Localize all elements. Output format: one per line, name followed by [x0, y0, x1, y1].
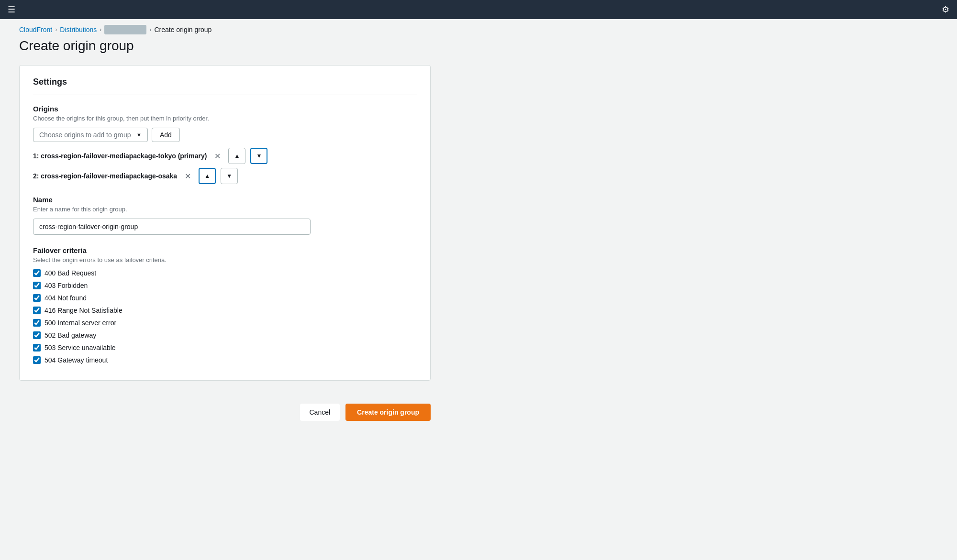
checkbox-400-input[interactable]: [33, 269, 41, 277]
failover-section: Failover criteria Select the origin erro…: [33, 246, 417, 364]
checkbox-502-label: 502 Bad gateway: [45, 331, 96, 339]
hamburger-icon[interactable]: ☰: [8, 4, 15, 15]
name-label: Name: [33, 196, 417, 204]
origin-1-label: 1: cross-region-failover-mediapackage-to…: [33, 152, 207, 160]
move-up-origin-2-button[interactable]: ▲: [199, 168, 216, 184]
checkbox-504-label: 504 Gateway timeout: [45, 356, 108, 364]
checkbox-400-label: 400 Bad Request: [45, 269, 96, 277]
failover-desc: Select the origin errors to use as failo…: [33, 256, 417, 264]
breadcrumb-distribution-id[interactable]: E1RR: [104, 26, 146, 33]
chevron-down-icon: ▼: [136, 132, 142, 138]
name-desc: Enter a name for this origin group.: [33, 206, 417, 213]
origins-desc: Choose the origins for this group, then …: [33, 115, 417, 122]
add-button[interactable]: Add: [152, 128, 180, 142]
checkbox-404-label: 404 Not found: [45, 294, 87, 302]
settings-icon[interactable]: ⚙: [942, 4, 949, 15]
checkbox-503-input[interactable]: [33, 344, 41, 351]
checkbox-500-input[interactable]: [33, 319, 41, 327]
name-section: Name Enter a name for this origin group.: [33, 196, 417, 235]
checkbox-403: 403 Forbidden: [33, 282, 417, 289]
checkbox-416-label: 416 Range Not Satisfiable: [45, 307, 122, 314]
name-input[interactable]: [33, 219, 311, 235]
checkbox-504-input[interactable]: [33, 356, 41, 364]
move-down-origin-2-button[interactable]: ▼: [221, 168, 238, 184]
create-origin-group-button[interactable]: Create origin group: [345, 404, 431, 421]
origins-label: Origins: [33, 105, 417, 113]
settings-card-title: Settings: [33, 77, 417, 95]
checkbox-504: 504 Gateway timeout: [33, 356, 417, 364]
checkbox-500-label: 500 Internal server error: [45, 319, 116, 327]
remove-origin-2-button[interactable]: ✕: [182, 171, 194, 182]
remove-origin-1-button[interactable]: ✕: [211, 151, 223, 162]
checkbox-403-input[interactable]: [33, 282, 41, 289]
checkbox-404-input[interactable]: [33, 294, 41, 302]
checkbox-416: 416 Range Not Satisfiable: [33, 307, 417, 314]
failover-label: Failover criteria: [33, 246, 417, 254]
breadcrumb-cloudfront[interactable]: CloudFront: [19, 26, 52, 33]
main-content: Settings Origins Choose the origins for …: [0, 65, 957, 440]
checkbox-503-label: 503 Service unavailable: [45, 344, 116, 351]
breadcrumb-sep-3: ›: [149, 26, 151, 33]
checkbox-500: 500 Internal server error: [33, 319, 417, 327]
origins-input-row: Choose origins to add to group ▼ Add: [33, 128, 417, 142]
breadcrumb-sep-2: ›: [100, 26, 101, 33]
cancel-button[interactable]: Cancel: [300, 404, 340, 421]
page-title: Create origin group: [0, 38, 957, 65]
origin-2-label: 2: cross-region-failover-mediapackage-os…: [33, 172, 177, 180]
checkbox-502: 502 Bad gateway: [33, 331, 417, 339]
breadcrumb: CloudFront › Distributions › E1RR › Crea…: [0, 19, 957, 38]
footer-actions: Cancel Create origin group: [19, 394, 431, 421]
origins-section: Origins Choose the origins for this grou…: [33, 105, 417, 184]
breadcrumb-current: Create origin group: [154, 26, 211, 33]
move-up-origin-1-button[interactable]: ▲: [228, 148, 245, 164]
checkbox-416-input[interactable]: [33, 307, 41, 314]
breadcrumb-distributions[interactable]: Distributions: [60, 26, 97, 33]
breadcrumb-sep-1: ›: [55, 26, 57, 33]
origins-select-placeholder: Choose origins to add to group: [39, 131, 131, 139]
move-down-origin-1-button[interactable]: ▼: [250, 148, 267, 164]
blurred-id: E1RR: [104, 25, 146, 34]
checkbox-400: 400 Bad Request: [33, 269, 417, 277]
settings-card: Settings Origins Choose the origins for …: [19, 65, 431, 381]
origins-select[interactable]: Choose origins to add to group ▼: [33, 128, 148, 142]
origin-item-1: 1: cross-region-failover-mediapackage-to…: [33, 148, 417, 164]
checkbox-503: 503 Service unavailable: [33, 344, 417, 351]
top-bar: ☰ ⚙: [0, 0, 957, 19]
checkbox-403-label: 403 Forbidden: [45, 282, 88, 289]
checkbox-404: 404 Not found: [33, 294, 417, 302]
origin-item-2: 2: cross-region-failover-mediapackage-os…: [33, 168, 417, 184]
checkbox-502-input[interactable]: [33, 331, 41, 339]
